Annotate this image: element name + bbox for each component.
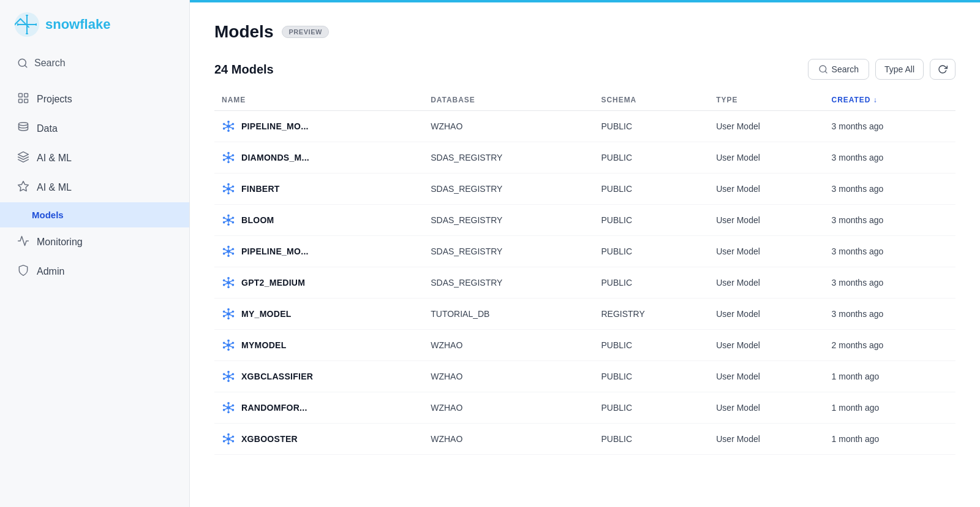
sidebar-item-models[interactable]: Models (0, 202, 189, 227)
table-row[interactable]: DIAMONDS_M... SDAS_REGISTRYPUBLICUser Mo… (214, 142, 956, 173)
cell-type: User Model (709, 205, 824, 236)
svg-point-86 (227, 286, 230, 289)
table-row[interactable]: RANDOMFOR... WZHAOPUBLICUser Model1 mont… (214, 392, 956, 424)
svg-line-28 (225, 124, 227, 126)
table-header: NAME DATABASE SCHEMA TYPE CREATED ↓ (214, 90, 956, 111)
svg-line-160 (225, 440, 227, 441)
model-icon (222, 432, 235, 446)
svg-rect-13 (19, 99, 23, 103)
svg-line-82 (225, 252, 227, 253)
svg-line-30 (225, 127, 227, 128)
svg-point-99 (227, 318, 230, 320)
type-filter-button[interactable]: Type All (875, 59, 924, 80)
table-row[interactable]: GPT2_MEDIUM SDAS_REGISTRYPUBLICUser Mode… (214, 267, 956, 299)
svg-line-43 (225, 158, 227, 159)
cell-database: SDAS_REGISTRY (423, 205, 594, 236)
sidebar-nav: Projects Data AI & ML (0, 85, 189, 286)
page-header: Models PREVIEW (214, 22, 956, 42)
cell-created: 2 months ago (824, 330, 956, 361)
cell-name: FINBERT (214, 173, 423, 205)
svg-point-152 (223, 436, 225, 438)
svg-point-25 (232, 128, 235, 130)
cell-created: 3 months ago (824, 205, 956, 236)
cell-schema: PUBLIC (594, 392, 709, 424)
col-created[interactable]: CREATED ↓ (824, 90, 956, 111)
svg-point-138 (227, 411, 230, 414)
table-row[interactable]: XGBCLASSIFIER WZHAOPUBLICUser Model1 mon… (214, 361, 956, 392)
projects-icon (17, 92, 29, 107)
svg-rect-14 (24, 99, 28, 103)
sidebar-item-data[interactable]: Data (0, 114, 189, 143)
cell-schema: PUBLIC (594, 330, 709, 361)
sidebar-item-projects[interactable]: Projects (0, 85, 189, 114)
refresh-button[interactable] (930, 59, 956, 80)
cell-schema: PUBLIC (594, 424, 709, 455)
svg-line-109 (229, 314, 232, 316)
sidebar-search-button[interactable]: Search (10, 51, 179, 75)
svg-line-161 (229, 440, 232, 441)
cell-name: DIAMONDS_M... (214, 142, 423, 173)
model-icon (222, 151, 235, 164)
svg-point-15 (19, 123, 28, 126)
svg-line-146 (229, 406, 232, 407)
search-button[interactable]: Search (808, 59, 869, 80)
model-icon (222, 245, 235, 258)
svg-point-140 (232, 405, 235, 407)
sidebar-item-label: Monitoring (37, 237, 83, 248)
svg-point-111 (227, 340, 230, 342)
sidebar-item-admin[interactable]: Admin (0, 257, 189, 286)
svg-point-64 (232, 221, 235, 224)
svg-line-121 (225, 346, 227, 347)
preview-badge: PREVIEW (282, 26, 329, 38)
svg-point-141 (223, 409, 225, 411)
ai-ml-icon (17, 180, 29, 195)
svg-point-115 (223, 346, 225, 349)
col-name[interactable]: NAME (214, 90, 423, 111)
table-toolbar: 24 Models Search Type All (214, 59, 956, 80)
nav-search-area: Search (0, 47, 189, 85)
svg-line-80 (225, 250, 227, 251)
svg-rect-11 (19, 94, 23, 97)
sidebar-item-label: AI & ML (37, 182, 72, 193)
svg-point-89 (223, 284, 225, 286)
table-row[interactable]: MY_MODEL TUTORIAL_DBREGISTRYUser Model3 … (214, 299, 956, 330)
svg-line-55 (229, 187, 232, 188)
svg-line-44 (229, 158, 232, 159)
table-row[interactable]: PIPELINE_MO... WZHAOPUBLICUser Model3 mo… (214, 111, 956, 142)
sidebar-item-data-products[interactable]: AI & ML (0, 143, 189, 173)
svg-line-108 (225, 314, 227, 316)
sidebar-item-ai-ml[interactable]: AI & ML (0, 173, 189, 202)
svg-marker-16 (18, 181, 29, 191)
model-name-text: XGBCLASSIFIER (241, 372, 313, 381)
col-schema[interactable]: SCHEMA (594, 90, 709, 111)
table-row[interactable]: FINBERT SDAS_REGISTRYPUBLICUser Model3 m… (214, 173, 956, 205)
svg-point-102 (223, 315, 225, 318)
col-type[interactable]: TYPE (709, 90, 824, 111)
svg-point-126 (223, 373, 225, 376)
svg-point-74 (223, 248, 225, 251)
svg-line-56 (225, 189, 227, 191)
cell-created: 1 month ago (824, 424, 956, 455)
svg-point-112 (227, 349, 230, 351)
svg-line-107 (229, 312, 232, 313)
table-row[interactable]: XGBOOSTER WZHAOPUBLICUser Model1 month a… (214, 424, 956, 455)
col-database[interactable]: DATABASE (423, 90, 594, 111)
model-name-text: RANDOMFOR... (241, 403, 307, 413)
table-row[interactable]: MYMODEL WZHAOPUBLICUser Model2 months ag… (214, 330, 956, 361)
cell-type: User Model (709, 299, 824, 330)
svg-line-106 (225, 312, 227, 313)
svg-point-21 (227, 130, 230, 132)
table-row[interactable]: PIPELINE_MO... SDAS_REGISTRYPUBLICUser M… (214, 236, 956, 267)
svg-point-72 (227, 246, 230, 248)
data-products-icon (17, 151, 29, 166)
svg-line-147 (225, 408, 227, 410)
svg-point-71 (227, 250, 230, 253)
table-row[interactable]: BLOOM SDAS_REGISTRYPUBLICUser Model3 mon… (214, 205, 956, 236)
cell-database: WZHAO (423, 361, 594, 392)
model-icon (222, 276, 235, 289)
cell-created: 3 months ago (824, 236, 956, 267)
cell-type: User Model (709, 424, 824, 455)
svg-line-158 (225, 437, 227, 438)
sidebar-item-monitoring[interactable]: Monitoring (0, 227, 189, 257)
logo-text: snowflake (45, 17, 110, 32)
